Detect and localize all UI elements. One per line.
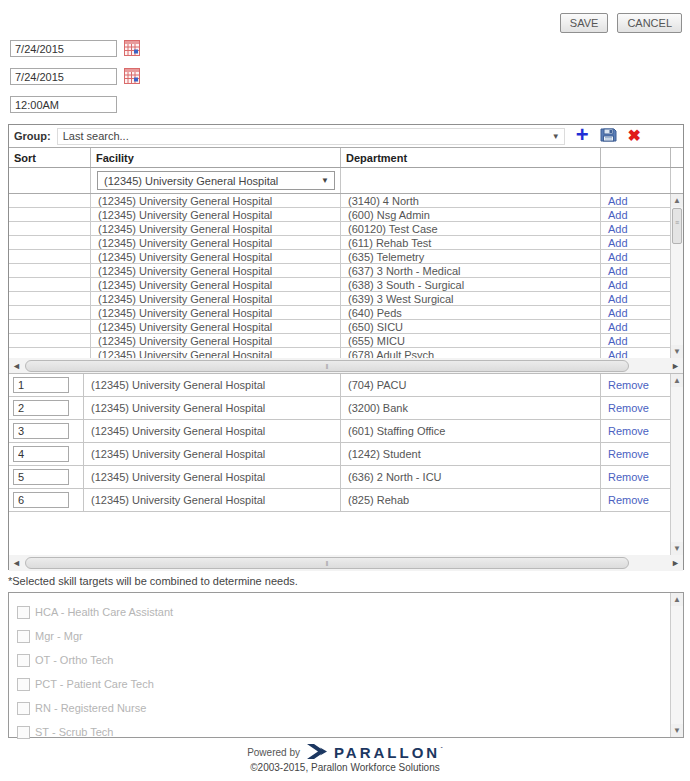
checkbox-icon[interactable] <box>17 654 30 667</box>
horizontal-scrollbar[interactable]: ◄ ‖ ► <box>9 555 683 571</box>
calendar-icon[interactable] <box>124 40 140 56</box>
brand-logo-text: PARALLON´ <box>334 744 443 761</box>
save-button[interactable]: SAVE <box>560 13 609 33</box>
skills-note: *Selected skill targets will be combined… <box>8 575 298 587</box>
available-departments-list: (12345) University General Hospital(3140… <box>9 194 683 358</box>
delete-group-x-icon[interactable]: ✖ <box>628 128 641 144</box>
remove-link[interactable]: Remove <box>608 402 649 414</box>
add-link[interactable]: Add <box>608 293 628 305</box>
group-dropdown-value: Last search... <box>63 130 129 142</box>
selected-departments-list: (12345) University General Hospital(704)… <box>9 374 683 555</box>
checkbox-icon[interactable] <box>17 630 30 643</box>
scroll-down-icon[interactable]: ▼ <box>671 542 683 555</box>
table-row: (12345) University General Hospital(636)… <box>9 466 670 489</box>
table-row: (12345) University General Hospital(640)… <box>9 306 670 320</box>
add-group-plus-icon[interactable]: + <box>576 124 589 146</box>
sort-order-input[interactable] <box>13 446 69 462</box>
chevron-down-icon: ▼ <box>321 176 329 185</box>
copyright-text: ©2003-2015, Parallon Workforce Solutions <box>0 762 690 773</box>
scroll-up-icon[interactable]: ▲ <box>671 374 683 387</box>
header-sort: Sort <box>9 148 91 167</box>
powered-by-label: Powered by <box>247 747 300 758</box>
list-item: ST - Scrub Tech <box>17 720 683 744</box>
sort-order-input[interactable] <box>13 423 69 439</box>
scroll-right-icon[interactable]: ► <box>669 556 682 569</box>
cancel-button[interactable]: CANCEL <box>617 13 682 33</box>
list-item: PCT - Patient Care Tech <box>17 672 683 696</box>
skill-targets-list: HCA - Health Care Assistant Mgr - Mgr OT… <box>8 592 684 738</box>
table-row: (12345) University General Hospital(650)… <box>9 320 670 334</box>
start-date-input[interactable] <box>10 40 117 57</box>
remove-link[interactable]: Remove <box>608 448 649 460</box>
checkbox-icon[interactable] <box>17 702 30 715</box>
list-item: Mgr - Mgr <box>17 624 683 648</box>
remove-link[interactable]: Remove <box>608 494 649 506</box>
checkbox-icon[interactable] <box>17 678 30 691</box>
header-facility: Facility <box>91 148 341 167</box>
checkbox-icon[interactable] <box>17 726 30 739</box>
table-row: (12345) University General Hospital(655)… <box>9 334 670 348</box>
table-row: (12345) University General Hospital(825)… <box>9 489 670 512</box>
add-link[interactable]: Add <box>608 223 628 235</box>
facility-filter-dropdown[interactable]: (12345) University General Hospital ▼ <box>97 171 335 190</box>
table-row: (12345) University General Hospital(601)… <box>9 420 670 443</box>
sort-order-input[interactable] <box>13 377 69 393</box>
footer: Powered by PARALLON´ ©2003-2015, Parallo… <box>0 744 690 773</box>
header-action <box>601 148 671 167</box>
remove-link[interactable]: Remove <box>608 379 649 391</box>
table-row: (12345) University General Hospital(3140… <box>9 194 670 208</box>
end-date-input[interactable] <box>10 68 117 85</box>
table-row: (12345) University General Hospital(611)… <box>9 236 670 250</box>
table-row: (12345) University General Hospital(704)… <box>9 374 670 397</box>
table-row: (12345) University General Hospital(637)… <box>9 264 670 278</box>
facility-filter-value: (12345) University General Hospital <box>104 175 278 187</box>
add-link[interactable]: Add <box>608 209 628 221</box>
table-row: (12345) University General Hospital(600)… <box>9 208 670 222</box>
sort-order-input[interactable] <box>13 492 69 508</box>
add-link[interactable]: Add <box>608 265 628 277</box>
vertical-scrollbar[interactable]: ▲ ▼ <box>670 593 683 737</box>
sort-order-input[interactable] <box>13 400 69 416</box>
table-row: (12345) University General Hospital(3200… <box>9 397 670 420</box>
table-header: Sort Facility Department <box>9 148 683 168</box>
add-link[interactable]: Add <box>608 307 628 319</box>
scroll-down-icon[interactable]: ▼ <box>671 345 683 358</box>
scroll-right-icon[interactable]: ► <box>669 359 682 372</box>
remove-link[interactable]: Remove <box>608 471 649 483</box>
chevron-down-icon: ▼ <box>552 132 560 141</box>
vertical-scrollbar[interactable]: ▲ ≡ ▼ <box>670 194 683 358</box>
scrollbar-thumb[interactable]: ‖ <box>25 557 629 569</box>
list-item: RN - Registered Nurse <box>17 696 683 720</box>
add-link[interactable]: Add <box>608 237 628 249</box>
parallon-chevron-icon <box>306 744 328 761</box>
scroll-left-icon[interactable]: ◄ <box>10 359 23 372</box>
scroll-down-icon[interactable]: ▼ <box>671 724 683 737</box>
table-row: (12345) University General Hospital(635)… <box>9 250 670 264</box>
start-time-input[interactable] <box>10 96 117 113</box>
header-department: Department <box>341 148 601 167</box>
action-bar: SAVE CANCEL <box>560 13 682 33</box>
add-link[interactable]: Add <box>608 251 628 263</box>
sort-order-input[interactable] <box>13 469 69 485</box>
scrollbar-thumb[interactable]: ‖ <box>25 360 629 372</box>
add-link[interactable]: Add <box>608 335 628 347</box>
department-selection-panel: Group: Last search... ▼ + ✖ Sort Facilit… <box>8 124 684 570</box>
horizontal-scrollbar[interactable]: ◄ ‖ ► <box>9 358 683 374</box>
list-item: HCA - Health Care Assistant <box>17 600 683 624</box>
calendar-icon[interactable] <box>124 68 140 84</box>
vertical-scrollbar[interactable]: ▲ ▼ <box>670 374 683 555</box>
scroll-up-icon[interactable]: ▲ <box>671 194 683 207</box>
group-dropdown[interactable]: Last search... ▼ <box>57 128 565 145</box>
remove-link[interactable]: Remove <box>608 425 649 437</box>
add-link[interactable]: Add <box>608 321 628 333</box>
scroll-left-icon[interactable]: ◄ <box>10 556 23 569</box>
table-row: (12345) University General Hospital(638)… <box>9 278 670 292</box>
scrollbar-thumb[interactable]: ≡ <box>672 208 682 244</box>
add-link[interactable]: Add <box>608 195 628 207</box>
save-group-floppy-disk-icon[interactable] <box>600 127 617 145</box>
checkbox-icon[interactable] <box>17 606 30 619</box>
add-link[interactable]: Add <box>608 279 628 291</box>
add-link[interactable]: Add <box>608 349 628 359</box>
table-row: (12345) University General Hospital(639)… <box>9 292 670 306</box>
scroll-up-icon[interactable]: ▲ <box>671 593 683 606</box>
